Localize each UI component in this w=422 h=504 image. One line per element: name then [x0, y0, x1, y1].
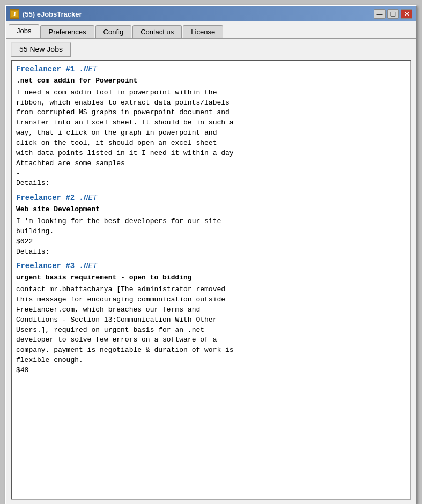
window-controls: — ❑ ✕: [374, 9, 412, 19]
job-description-3: contact mr.bhattacharya [The administrat…: [16, 285, 406, 376]
job-number-1: #1: [65, 65, 75, 73]
tab-contact[interactable]: Contact us: [132, 25, 182, 38]
maximize-button[interactable]: ❑: [387, 9, 399, 19]
job-description-2: I 'm looking for the best developers for…: [16, 217, 406, 257]
job-tag-2: .NET: [79, 194, 98, 202]
svg-text:J: J: [13, 11, 16, 17]
job-source-link-3[interactable]: Freelancer: [16, 262, 61, 270]
tab-license[interactable]: License: [183, 25, 223, 38]
jobs-content-area[interactable]: Freelancer #1 .NET .net com addin for Po…: [11, 60, 411, 500]
tab-preferences[interactable]: Preferences: [40, 25, 94, 38]
job-tag-3: .NET: [79, 262, 98, 270]
job-title-3: urgent basis requirement - open to biddi…: [16, 273, 406, 283]
main-window: J (55) eJobsTracker — ❑ ✕ Jobs Preferenc…: [5, 5, 417, 504]
title-bar-left: J (55) eJobsTracker: [10, 9, 82, 19]
job-title-2: Web site Development: [16, 205, 406, 214]
job-entry-3: Freelancer #3 .NET urgent basis requirem…: [16, 261, 406, 375]
job-source-line-1: Freelancer #1 .NET: [16, 64, 406, 75]
job-entry-2: Freelancer #2 .NET Web site Development …: [16, 193, 406, 257]
job-source-link-1[interactable]: Freelancer: [16, 65, 61, 73]
job-tag-1: .NET: [79, 65, 98, 73]
window-title: (55) eJobsTracker: [23, 10, 82, 18]
job-source-line-3: Freelancer #3 .NET: [16, 261, 406, 272]
tab-jobs[interactable]: Jobs: [9, 24, 39, 38]
title-bar: J (55) eJobsTracker — ❑ ✕: [6, 6, 416, 21]
toolbar: 55 New Jobs: [6, 39, 416, 60]
job-source-line-2: Freelancer #2 .NET: [16, 193, 406, 204]
job-number-3: #3: [65, 262, 75, 270]
tab-bar: Jobs Preferences Config Contact us Licen…: [6, 21, 416, 39]
job-description-1: I need a com addin tool in powerpoint wi…: [16, 88, 406, 189]
minimize-button[interactable]: —: [374, 9, 386, 19]
job-number-2: #2: [65, 194, 75, 202]
app-icon: J: [10, 9, 19, 19]
tab-config[interactable]: Config: [95, 25, 132, 38]
new-jobs-button[interactable]: 55 New Jobs: [11, 42, 71, 57]
job-title-1: .net com addin for Powerpoint: [16, 76, 406, 86]
job-source-link-2[interactable]: Freelancer: [16, 194, 61, 202]
close-button[interactable]: ✕: [401, 9, 412, 19]
job-entry-1: Freelancer #1 .NET .net com addin for Po…: [16, 64, 406, 189]
